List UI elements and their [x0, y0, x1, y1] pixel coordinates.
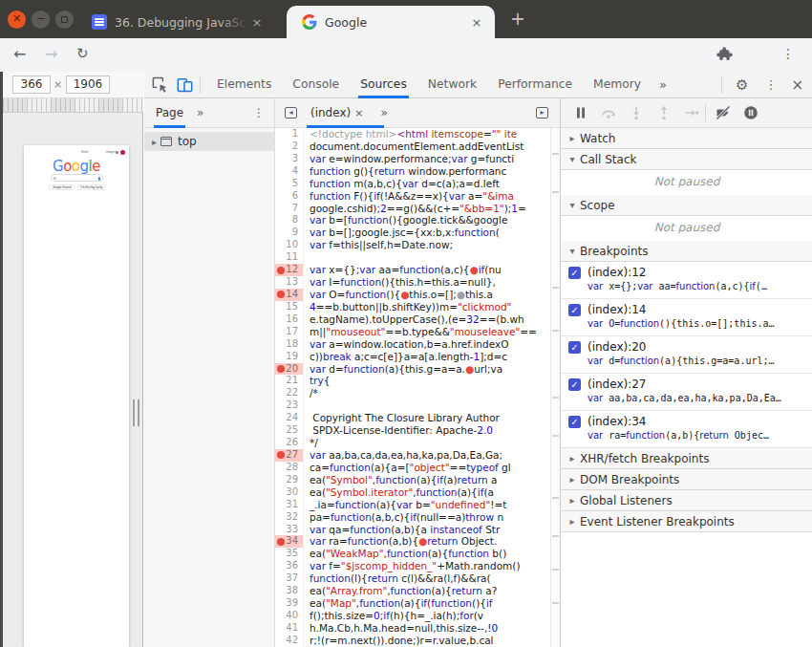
browser-tab-debugging-javascript[interactable]: 36. Debugging JavaScript ×: [86, 6, 285, 38]
line-number[interactable]: 31: [275, 499, 304, 511]
line-number[interactable]: 16: [275, 313, 304, 326]
expand-triangle-icon[interactable]: ▸: [566, 133, 578, 143]
line-number[interactable]: 17: [275, 326, 304, 338]
browser-menu-icon[interactable]: ⋮: [781, 46, 795, 61]
line-number[interactable]: 24: [275, 412, 304, 424]
breakpoint-checkbox[interactable]: ✓: [568, 378, 581, 391]
line-number[interactable]: 21: [275, 375, 304, 387]
line-number[interactable]: 3: [275, 153, 304, 165]
breakpoint-entry[interactable]: ✓(index):14var O=function(){this.o=[];th…: [561, 299, 812, 336]
breakpoint-entry[interactable]: ✓(index):12var x={};var aa=function(a,c)…: [561, 262, 812, 299]
line-number[interactable]: 42: [275, 635, 304, 647]
device-toolbar-icon[interactable]: [175, 75, 194, 95]
line-number[interactable]: 7: [275, 203, 304, 215]
pause-script-icon[interactable]: [573, 105, 588, 120]
breakpoint-gutter[interactable]: 34: [275, 535, 304, 548]
deactivate-breakpoints-icon[interactable]: [716, 105, 731, 120]
section-header-scope[interactable]: ▾Scope: [561, 195, 812, 216]
editor-tab-index[interactable]: (index)×: [310, 98, 367, 128]
line-number[interactable]: 40: [275, 610, 304, 622]
line-number[interactable]: 9: [275, 226, 304, 239]
line-number[interactable]: 10: [275, 239, 304, 251]
step-over-icon[interactable]: [601, 105, 616, 120]
line-number[interactable]: 23: [275, 399, 304, 412]
line-number[interactable]: 5: [275, 178, 304, 190]
line-number[interactable]: 39: [275, 597, 304, 610]
devtools-tab-memory[interactable]: Memory: [583, 72, 652, 98]
line-number[interactable]: 38: [275, 585, 304, 597]
line-number[interactable]: 18: [275, 338, 304, 351]
section-header-xhr-fetch-breakpoints[interactable]: ▸XHR/fetch Breakpoints: [561, 448, 812, 469]
step-icon[interactable]: [684, 105, 699, 120]
new-tab-button[interactable]: +: [510, 10, 525, 28]
expand-triangle-icon[interactable]: ▸: [566, 495, 578, 506]
tab-close-icon[interactable]: ×: [354, 107, 363, 119]
line-number[interactable]: 29: [275, 474, 304, 486]
forward-icon[interactable]: →: [45, 45, 57, 63]
device-width-input[interactable]: 366: [12, 75, 51, 94]
devtools-menu-icon[interactable]: ⋮: [756, 77, 785, 92]
settings-gear-icon[interactable]: ⚙: [728, 76, 756, 94]
extensions-puzzle-icon[interactable]: [716, 46, 733, 62]
editor-scrollbar[interactable]: [550, 128, 560, 647]
navigator-page-tab[interactable]: Page: [156, 98, 183, 128]
editor-more-tabs-icon[interactable]: »: [380, 106, 387, 119]
breakpoint-checkbox[interactable]: ✓: [568, 416, 581, 428]
devtools-tab-elements[interactable]: Elements: [206, 72, 282, 98]
breakpoint-entry[interactable]: ✓(index):20var d=function(a){this.g=a=a.…: [561, 336, 812, 374]
line-number[interactable]: 13: [275, 276, 304, 289]
line-number[interactable]: 6: [275, 190, 304, 203]
more-tabs-icon[interactable]: »: [652, 77, 674, 92]
line-number[interactable]: 28: [275, 462, 304, 474]
line-number[interactable]: 26: [275, 437, 304, 449]
expand-arrow-icon[interactable]: ▸: [152, 137, 157, 147]
section-header-breakpoints[interactable]: ▾Breakpoints: [561, 241, 812, 262]
line-number[interactable]: 35: [275, 548, 304, 560]
navigator-menu-icon[interactable]: ⋮: [253, 106, 265, 119]
devtools-close-icon[interactable]: ×: [785, 76, 812, 94]
line-number[interactable]: 36: [275, 560, 304, 572]
reload-icon[interactable]: ↻: [76, 45, 89, 62]
step-out-icon[interactable]: [656, 105, 672, 120]
navigator-more-tabs-icon[interactable]: »: [197, 106, 203, 119]
code-view[interactable]: 1<!doctype html><html itemscope="" ite2d…: [275, 128, 560, 647]
tab-close-icon[interactable]: ×: [468, 15, 485, 30]
section-header-watch[interactable]: ▸Watch: [561, 128, 812, 149]
line-number[interactable]: 1: [275, 128, 304, 140]
hide-navigator-icon[interactable]: ◂: [285, 107, 297, 119]
section-header-dom-breakpoints[interactable]: ▸DOM Breakpoints: [561, 469, 812, 490]
expand-triangle-icon[interactable]: ▸: [566, 516, 578, 527]
line-number[interactable]: 15: [275, 301, 304, 313]
window-close-button[interactable]: ✕: [8, 11, 26, 29]
breakpoint-gutter[interactable]: 14: [275, 289, 304, 301]
breakpoint-gutter[interactable]: 12: [275, 264, 304, 276]
line-number[interactable]: 2: [275, 140, 304, 153]
inspect-element-icon[interactable]: [150, 75, 169, 95]
back-icon[interactable]: ←: [13, 45, 26, 63]
breakpoint-entry[interactable]: ✓(index):34var ra=function(a,b){return O…: [561, 411, 812, 448]
navigator-tree-item-top[interactable]: ▸ top: [144, 132, 274, 151]
emulated-page-preview[interactable]: Gmail Images Google Google Search I'm Fe…: [24, 145, 129, 647]
breakpoint-gutter[interactable]: 27: [275, 449, 304, 462]
breakpoint-checkbox[interactable]: ✓: [568, 304, 581, 316]
expand-triangle-icon[interactable]: ▸: [566, 474, 578, 485]
expand-triangle-icon[interactable]: ▸: [566, 453, 578, 464]
pause-on-exceptions-icon[interactable]: [743, 105, 759, 120]
breakpoint-entry[interactable]: ✓(index):27var aa,ba,ca,da,ea,ha,ka,pa,D…: [561, 374, 812, 411]
line-number[interactable]: 41: [275, 622, 304, 635]
devtools-tab-network[interactable]: Network: [417, 72, 487, 98]
window-minimize-button[interactable]: −: [32, 11, 50, 29]
devtools-tab-console[interactable]: Console: [282, 72, 350, 98]
window-maximize-button[interactable]: [55, 11, 74, 29]
breakpoint-checkbox[interactable]: ✓: [568, 267, 581, 279]
collapse-triangle-icon[interactable]: ▾: [566, 154, 578, 164]
line-number[interactable]: 25: [275, 424, 304, 437]
line-number[interactable]: 30: [275, 486, 304, 499]
line-number[interactable]: 4: [275, 165, 304, 178]
section-header-event-listener-breakpoints[interactable]: ▸Event Listener Breakpoints: [561, 511, 812, 532]
section-header-global-listeners[interactable]: ▸Global Listeners: [561, 490, 812, 511]
devtools-tab-sources[interactable]: Sources: [350, 72, 417, 98]
pane-drag-handle[interactable]: [133, 399, 140, 426]
device-height-input[interactable]: 1906: [66, 75, 110, 94]
browser-tab-google[interactable]: Google ×: [287, 6, 495, 38]
